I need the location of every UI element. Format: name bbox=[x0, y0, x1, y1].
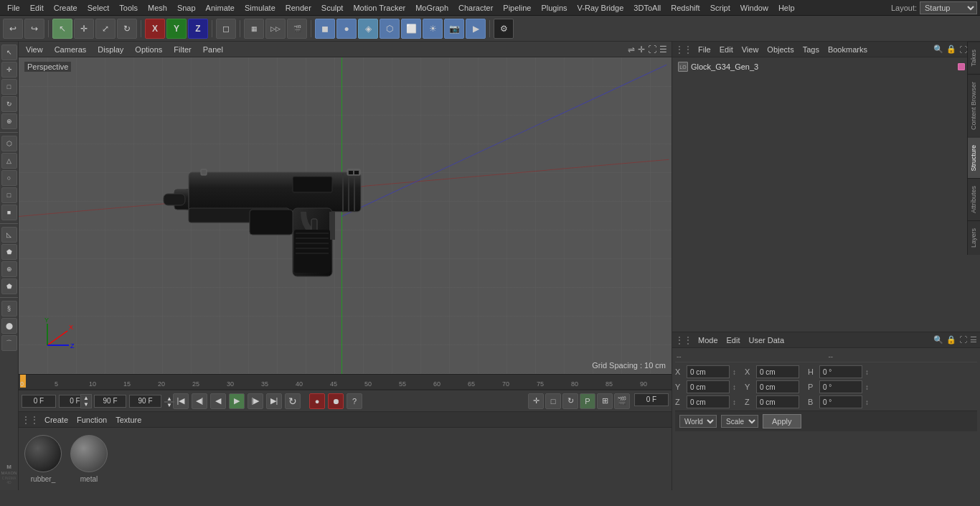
menu-render[interactable]: Render bbox=[281, 2, 316, 14]
menu-edit[interactable]: Edit bbox=[26, 2, 48, 14]
loop-button[interactable]: ↻ bbox=[285, 393, 301, 409]
lt-box[interactable]: □ bbox=[1, 79, 17, 95]
environment-button[interactable]: ⬜ bbox=[401, 19, 421, 39]
end-frame-input[interactable] bbox=[94, 395, 126, 408]
scale-select[interactable]: Scale bbox=[721, 415, 758, 428]
om-item-glock[interactable]: LO Glock_G34_Gen_3 ● bbox=[675, 60, 977, 73]
lt-poly[interactable]: □ bbox=[1, 187, 17, 203]
lt-corner[interactable]: ◺ bbox=[1, 227, 17, 243]
menu-help[interactable]: Help bbox=[774, 2, 799, 14]
tc-move-btn[interactable]: ✛ bbox=[528, 393, 544, 409]
render-view-button[interactable]: ▶ bbox=[466, 19, 486, 39]
nurbs-button[interactable]: ◈ bbox=[358, 19, 378, 39]
attr-lock-icon[interactable]: 🔒 bbox=[946, 335, 956, 345]
pos-x-input[interactable] bbox=[687, 365, 730, 378]
lt-rotate[interactable]: ↻ bbox=[1, 96, 17, 112]
menu-create[interactable]: Create bbox=[50, 2, 82, 14]
vtab-attributes[interactable]: Attributes bbox=[968, 178, 980, 220]
timeline-button[interactable]: ▦ bbox=[244, 19, 264, 39]
play-back-button[interactable]: ◀ bbox=[210, 393, 226, 409]
om-menu-tags[interactable]: Tags bbox=[800, 44, 822, 55]
menu-window[interactable]: Window bbox=[736, 2, 773, 14]
rot-y-input[interactable] bbox=[756, 380, 799, 393]
attr-menu-edit[interactable]: Edit bbox=[724, 334, 743, 346]
menu-3dtoall[interactable]: 3DToAll bbox=[629, 2, 665, 14]
lt-deform[interactable]: ⬡ bbox=[1, 136, 17, 151]
redo-button[interactable]: ↪ bbox=[24, 19, 44, 39]
apply-button[interactable]: Apply bbox=[763, 414, 801, 428]
menu-animate[interactable]: Animate bbox=[202, 2, 239, 14]
om-menu-objects[interactable]: Objects bbox=[764, 44, 796, 55]
attr-expand-icon[interactable]: ⛶ bbox=[959, 335, 967, 345]
move-tool-button[interactable]: ✛ bbox=[74, 19, 94, 39]
object-button[interactable]: ◻ bbox=[216, 19, 236, 39]
lt-edge[interactable]: ⬟ bbox=[1, 244, 17, 260]
deform-button[interactable]: ⬡ bbox=[380, 19, 400, 39]
attr-menu-mode[interactable]: Mode bbox=[695, 334, 721, 346]
material-rubber[interactable]: rubber_ bbox=[24, 435, 62, 483]
om-menu-edit[interactable]: Edit bbox=[717, 44, 736, 55]
menu-snap[interactable]: Snap bbox=[173, 2, 200, 14]
hpb-h-input[interactable] bbox=[819, 365, 862, 378]
timeline-ruler[interactable]: 0 5 10 15 20 25 30 35 40 45 50 55 60 65 … bbox=[19, 374, 672, 390]
hpb-b-input[interactable] bbox=[819, 395, 862, 408]
render-settings-button[interactable]: ⚙ bbox=[494, 19, 514, 39]
question-button[interactable]: ? bbox=[347, 393, 362, 409]
menu-pipeline[interactable]: Pipeline bbox=[499, 2, 535, 14]
lt-curve[interactable]: ⌒ bbox=[1, 335, 17, 351]
vtab-takes[interactable]: Takes bbox=[968, 42, 980, 74]
light-button[interactable]: ☀ bbox=[423, 19, 443, 39]
lt-square[interactable]: ■ bbox=[1, 205, 17, 220]
vp-menu-cameras[interactable]: Cameras bbox=[52, 44, 90, 55]
menu-redshift[interactable]: Redshift bbox=[666, 2, 704, 14]
om-search-icon[interactable]: 🔍 bbox=[933, 44, 943, 54]
layout-select[interactable]: Startup bbox=[920, 1, 977, 14]
om-menu-bookmarks[interactable]: Bookmarks bbox=[825, 44, 870, 55]
om-lock-icon[interactable]: 🔒 bbox=[946, 44, 956, 54]
vtab-content-browser[interactable]: Content Browser bbox=[968, 74, 980, 137]
lt-triangle[interactable]: △ bbox=[1, 153, 17, 169]
go-to-end-button[interactable]: ▶| bbox=[266, 393, 282, 409]
tc-rotate-btn[interactable]: ↻ bbox=[562, 393, 578, 409]
menu-simulate[interactable]: Simulate bbox=[240, 2, 280, 14]
menu-character[interactable]: Character bbox=[454, 2, 497, 14]
menu-tools[interactable]: Tools bbox=[115, 2, 142, 14]
vp-icon-move[interactable]: ✛ bbox=[638, 44, 645, 55]
attr-search-icon[interactable]: 🔍 bbox=[933, 335, 943, 345]
lt-section[interactable]: § bbox=[1, 301, 17, 317]
mat-menu-function[interactable]: Function bbox=[74, 414, 110, 426]
menu-motion-tracker[interactable]: Motion Tracker bbox=[349, 2, 410, 14]
viewport-canvas[interactable]: Perspective bbox=[19, 57, 672, 374]
sphere-button[interactable]: ● bbox=[336, 19, 357, 39]
vtab-structure[interactable]: Structure bbox=[968, 137, 980, 179]
attr-menu-icon[interactable]: ☰ bbox=[970, 335, 977, 345]
go-to-start-button[interactable]: |◀ bbox=[173, 393, 189, 409]
tc-play2-btn[interactable]: P bbox=[580, 393, 595, 409]
frame-right-input[interactable] bbox=[634, 393, 669, 406]
vp-icon-expand[interactable]: ⛶ bbox=[648, 44, 656, 55]
camera-button[interactable]: 📷 bbox=[444, 19, 464, 39]
vp-icon-drag[interactable]: ⇌ bbox=[628, 44, 635, 55]
cube-button[interactable]: ◼ bbox=[315, 19, 335, 39]
attr-menu-userdata[interactable]: User Data bbox=[746, 334, 788, 346]
vp-menu-display[interactable]: Display bbox=[95, 44, 126, 55]
om-menu-file[interactable]: File bbox=[695, 44, 714, 55]
step-back-button[interactable]: ◀| bbox=[192, 393, 207, 409]
scale-tool-button[interactable]: ⤢ bbox=[95, 19, 116, 39]
axis-y-button[interactable]: Y bbox=[166, 19, 187, 39]
lt-move[interactable]: ✛ bbox=[1, 62, 17, 78]
menu-file[interactable]: File bbox=[3, 2, 24, 14]
current-frame-input[interactable] bbox=[22, 395, 56, 408]
lt-split[interactable]: ⊕ bbox=[1, 261, 17, 277]
vp-icon-menu[interactable]: ☰ bbox=[659, 44, 667, 55]
lt-dot[interactable]: ⬤ bbox=[1, 318, 17, 334]
end-frame-2-input[interactable] bbox=[129, 395, 161, 408]
vp-menu-view[interactable]: View bbox=[23, 44, 46, 55]
tc-scale-btn[interactable]: □ bbox=[545, 393, 561, 409]
vp-menu-options[interactable]: Options bbox=[132, 44, 165, 55]
vp-menu-filter[interactable]: Filter bbox=[171, 44, 194, 55]
record-button[interactable]: ▷▷ bbox=[265, 19, 286, 39]
pos-z-input[interactable] bbox=[687, 395, 730, 408]
undo-button[interactable]: ↩ bbox=[3, 19, 23, 39]
record-button-2[interactable]: ⏺ bbox=[328, 393, 344, 409]
